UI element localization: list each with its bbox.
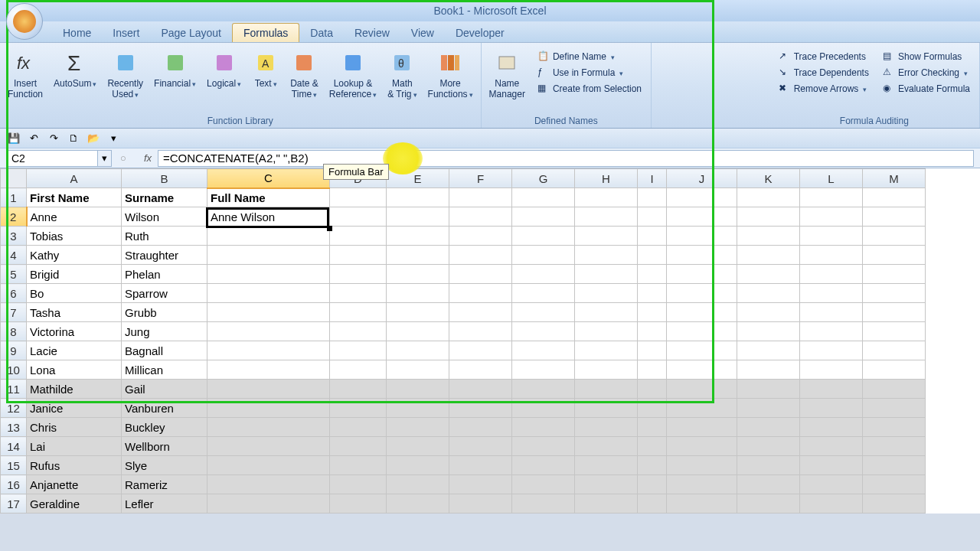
cell[interactable]	[667, 207, 737, 227]
cell[interactable]	[387, 284, 449, 303]
cell[interactable]	[449, 494, 512, 514]
cell[interactable]	[330, 418, 387, 437]
cell[interactable]	[387, 475, 449, 494]
cell[interactable]	[449, 265, 512, 284]
cell[interactable]	[667, 341, 737, 360]
cell[interactable]	[667, 380, 737, 399]
cell[interactable]: Ruth	[122, 227, 207, 246]
cell[interactable]	[863, 380, 926, 399]
column-header-B[interactable]: B	[122, 169, 207, 188]
cell[interactable]	[330, 207, 387, 227]
spreadsheet-grid[interactable]: ABCDEFGHIJKLM1First NameSurnameFull Name…	[0, 168, 980, 514]
new-button[interactable]: 🗋	[66, 131, 81, 146]
cell[interactable]	[667, 475, 737, 494]
create-from-selection-button[interactable]: ▦Create from Selection	[534, 81, 645, 96]
cell[interactable]	[207, 380, 330, 399]
tab-insert[interactable]: Insert	[102, 24, 150, 42]
cell[interactable]	[575, 456, 638, 475]
cell[interactable]	[667, 188, 737, 207]
cell[interactable]	[863, 341, 926, 360]
cell[interactable]	[863, 284, 926, 303]
column-header-A[interactable]: A	[27, 169, 122, 188]
cell[interactable]	[330, 188, 387, 207]
trace-dependents-button[interactable]: ↘Trace Dependents	[776, 65, 872, 80]
cell[interactable]	[449, 380, 512, 399]
column-header-G[interactable]: G	[512, 169, 575, 188]
cell[interactable]	[863, 265, 926, 284]
cell[interactable]	[207, 399, 330, 418]
cell[interactable]: Sparrow	[122, 284, 207, 303]
cell[interactable]	[737, 494, 800, 514]
cell[interactable]	[638, 360, 667, 380]
cell[interactable]	[800, 380, 863, 399]
cell[interactable]	[207, 322, 330, 341]
cell[interactable]	[638, 284, 667, 303]
cell[interactable]	[575, 341, 638, 360]
row-header-3[interactable]: 3	[1, 227, 27, 246]
cell[interactable]	[863, 456, 926, 475]
cell[interactable]	[667, 360, 737, 380]
column-header-K[interactable]: K	[737, 169, 800, 188]
cell[interactable]	[330, 265, 387, 284]
define-name-button[interactable]: 📋Define Name	[534, 49, 645, 64]
cell[interactable]	[387, 341, 449, 360]
cell[interactable]	[575, 265, 638, 284]
column-header-F[interactable]: F	[449, 169, 512, 188]
column-header-E[interactable]: E	[387, 169, 449, 188]
cell[interactable]	[737, 322, 800, 341]
cell[interactable]	[575, 188, 638, 207]
cell[interactable]	[512, 207, 575, 227]
cell[interactable]	[638, 456, 667, 475]
cell[interactable]	[638, 227, 667, 246]
cell[interactable]	[575, 399, 638, 418]
cell[interactable]	[512, 265, 575, 284]
cell[interactable]: Gail	[122, 380, 207, 399]
cell[interactable]	[330, 380, 387, 399]
cell[interactable]	[449, 246, 512, 265]
cell[interactable]	[387, 227, 449, 246]
row-header-9[interactable]: 9	[1, 341, 27, 360]
financial-button[interactable]: Financial	[149, 47, 201, 90]
cell[interactable]	[330, 322, 387, 341]
cell[interactable]	[575, 303, 638, 322]
row-header-16[interactable]: 16	[1, 475, 27, 494]
cell[interactable]: Geraldine	[27, 494, 122, 514]
cell[interactable]	[800, 284, 863, 303]
cell[interactable]	[638, 399, 667, 418]
cell[interactable]	[207, 475, 330, 494]
cell[interactable]: Millican	[122, 360, 207, 380]
cell[interactable]	[207, 246, 330, 265]
cell[interactable]	[575, 322, 638, 341]
cell[interactable]	[800, 322, 863, 341]
cell[interactable]	[638, 380, 667, 399]
cell[interactable]	[207, 284, 330, 303]
cell[interactable]	[863, 475, 926, 494]
tab-view[interactable]: View	[400, 24, 445, 42]
cell[interactable]	[737, 227, 800, 246]
cell[interactable]: Wilson	[122, 207, 207, 227]
cell[interactable]	[330, 475, 387, 494]
cell[interactable]	[330, 399, 387, 418]
cell[interactable]	[449, 475, 512, 494]
math-trig-button[interactable]: θ Math & Trig	[383, 47, 421, 102]
cell[interactable]	[800, 265, 863, 284]
row-header-11[interactable]: 11	[1, 380, 27, 399]
cell[interactable]	[667, 246, 737, 265]
cell[interactable]	[575, 227, 638, 246]
autosum-button[interactable]: Σ AutoSum	[49, 47, 101, 90]
cell[interactable]	[667, 227, 737, 246]
cell[interactable]	[512, 456, 575, 475]
cell[interactable]: Janice	[27, 399, 122, 418]
office-button[interactable]	[6, 3, 43, 40]
cell[interactable]: Vanburen	[122, 399, 207, 418]
name-manager-button[interactable]: Name Manager	[485, 47, 530, 102]
cell[interactable]	[863, 494, 926, 514]
error-checking-button[interactable]: ⚠Error Checking	[880, 65, 973, 80]
cell[interactable]: Wellborn	[122, 437, 207, 456]
cell[interactable]	[449, 322, 512, 341]
cell[interactable]	[667, 437, 737, 456]
cell[interactable]: Buckley	[122, 418, 207, 437]
cell[interactable]	[800, 456, 863, 475]
cell[interactable]	[387, 380, 449, 399]
formula-bar[interactable]: =CONCATENATE(A2," ",B2)	[158, 150, 974, 167]
